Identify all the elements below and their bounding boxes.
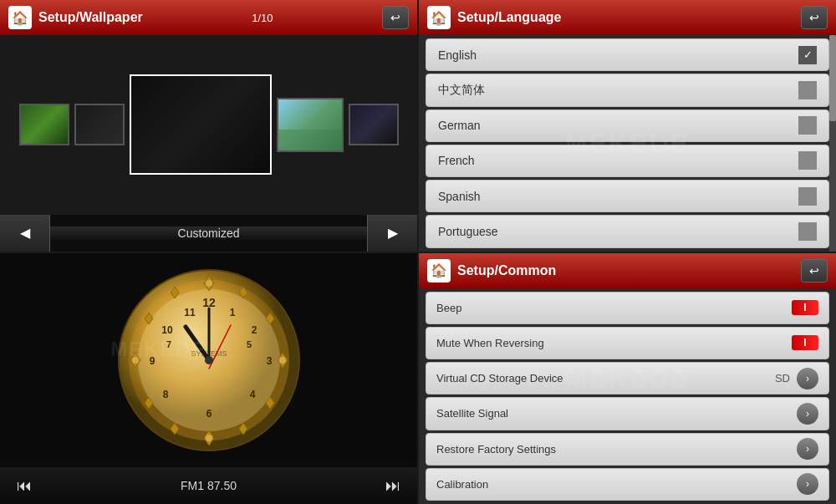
svg-text:7: 7 <box>166 339 171 349</box>
common-home-icon[interactable]: 🏠 <box>427 259 451 283</box>
wallpaper-thumb-2[interactable] <box>74 104 125 145</box>
lang-item-portuguese[interactable]: Portuguese <box>426 215 829 247</box>
wallpaper-thumb-5[interactable] <box>349 104 399 145</box>
common-item-satellite[interactable]: Satellite Signal › <box>426 397 829 430</box>
common-item-mute[interactable]: Mute When Reversing I <box>426 327 829 359</box>
common-panel: 🏠 Setup/Common ↩ MEKEDE Beep I Mute When… <box>419 253 836 505</box>
language-panel: 🏠 Setup/Language ↩ MEKEDE English ✓ 中文简体… <box>419 0 836 252</box>
wallpaper-panel: 🏠 Setup/Wallpaper 1/10 ↩ MEKEDE ◀ Custom… <box>0 0 417 252</box>
common-item-restore-label: Restore Factory Settings <box>436 443 556 456</box>
svg-text:5: 5 <box>246 339 251 349</box>
svg-text:1: 1 <box>229 307 235 318</box>
common-item-restore-right: › <box>797 438 818 460</box>
media-info-label: FM1 87.50 <box>181 479 237 492</box>
lang-check-german <box>798 116 817 135</box>
clock-svg: 12 2 3 4 6 8 9 10 11 1 5 7 SYSTEMS <box>117 268 301 452</box>
language-title: Setup/Language <box>457 10 561 25</box>
vcd-sd-label: SD <box>775 372 790 384</box>
lang-item-chinese-label: 中文简体 <box>438 83 485 98</box>
wallpaper-header-left: 🏠 Setup/Wallpaper <box>8 6 143 29</box>
lang-item-french-label: French <box>438 154 475 167</box>
svg-text:11: 11 <box>184 307 196 318</box>
wallpaper-counter: 1/10 <box>252 12 273 24</box>
common-item-vcd-label: Virtual CD Storage Device <box>436 372 563 384</box>
common-back-button[interactable]: ↩ <box>801 259 828 283</box>
common-header-left: 🏠 Setup/Common <box>427 259 556 283</box>
svg-point-4 <box>206 280 212 287</box>
common-item-restore[interactable]: Restore Factory Settings › <box>426 433 829 466</box>
common-item-vcd[interactable]: Virtual CD Storage Device SD › <box>426 362 829 395</box>
common-header: 🏠 Setup/Common ↩ <box>419 253 836 288</box>
common-item-mute-right: I <box>792 335 818 350</box>
wallpaper-nav: ◀ Customized ▶ <box>0 215 417 252</box>
restore-arrow-button[interactable]: › <box>797 438 818 460</box>
common-item-calibration-right: › <box>797 473 818 495</box>
wallpaper-title: Setup/Wallpaper <box>38 10 143 25</box>
lang-item-french[interactable]: French <box>426 145 829 177</box>
svg-text:9: 9 <box>149 355 155 367</box>
lang-item-spanish-label: Spanish <box>438 190 481 203</box>
svg-text:8: 8 <box>162 389 168 400</box>
svg-point-8 <box>279 357 286 364</box>
clock-panel: MEKEDE <box>0 253 417 505</box>
language-scrollbar[interactable] <box>829 35 836 252</box>
common-title: Setup/Common <box>457 263 556 278</box>
language-header: 🏠 Setup/Language ↩ <box>419 0 836 35</box>
lang-check-english: ✓ <box>798 46 817 64</box>
svg-text:2: 2 <box>251 324 257 336</box>
common-item-satellite-label: Satellite Signal <box>436 407 508 420</box>
satellite-arrow-button[interactable]: › <box>797 403 818 425</box>
mute-toggle[interactable]: I <box>792 335 818 350</box>
wallpaper-nav-label: Customized <box>50 227 367 240</box>
wallpaper-header: 🏠 Setup/Wallpaper 1/10 ↩ <box>0 0 417 35</box>
lang-item-portuguese-label: Portuguese <box>438 225 498 238</box>
svg-text:6: 6 <box>206 408 212 420</box>
lang-item-spanish[interactable]: Spanish <box>426 180 829 212</box>
common-item-satellite-right: › <box>797 403 818 425</box>
lang-item-chinese[interactable]: 中文简体 <box>426 74 829 106</box>
svg-point-12 <box>206 435 212 441</box>
common-list: MEKEDE Beep I Mute When Reversing I Virt… <box>419 288 836 505</box>
clock-area: MEKEDE <box>0 253 417 468</box>
wallpaper-back-button[interactable]: ↩ <box>382 6 409 29</box>
media-next-button[interactable]: ⏭ <box>385 477 400 495</box>
wallpaper-thumb-1[interactable] <box>19 104 69 145</box>
language-list: MEKEDE English ✓ 中文简体 German French Span… <box>419 35 836 252</box>
wallpaper-prev-button[interactable]: ◀ <box>0 215 50 252</box>
lang-item-english[interactable]: English ✓ <box>426 38 829 71</box>
svg-point-16 <box>132 357 139 364</box>
home-icon[interactable]: 🏠 <box>8 6 32 29</box>
media-prev-button[interactable]: ⏮ <box>17 477 32 495</box>
lang-item-english-label: English <box>438 48 477 62</box>
lang-check-portuguese <box>798 222 817 241</box>
language-scrollbar-thumb[interactable] <box>829 35 836 121</box>
common-item-mute-label: Mute When Reversing <box>436 337 544 349</box>
media-bar: ⏮ FM1 87.50 ⏭ <box>0 467 417 504</box>
language-header-left: 🏠 Setup/Language <box>427 6 561 29</box>
svg-text:4: 4 <box>249 389 255 400</box>
common-item-vcd-right: SD › <box>775 368 818 389</box>
wallpaper-thumb-4[interactable] <box>277 98 344 152</box>
svg-text:10: 10 <box>161 324 173 336</box>
svg-point-35 <box>205 356 213 364</box>
svg-text:3: 3 <box>266 355 272 367</box>
vcd-arrow-button[interactable]: › <box>797 368 818 389</box>
common-item-beep-right: I <box>792 300 818 315</box>
wallpaper-images-area: MEKEDE <box>0 35 417 215</box>
lang-check-spanish <box>798 187 817 206</box>
common-item-calibration-label: Calibration <box>436 478 488 491</box>
wallpaper-thumb-main[interactable] <box>130 74 272 175</box>
common-item-beep-label: Beep <box>436 302 461 314</box>
common-item-beep[interactable]: Beep I <box>426 292 829 324</box>
common-item-calibration[interactable]: Calibration › <box>426 468 829 501</box>
lang-check-chinese <box>798 81 817 99</box>
wallpaper-next-button[interactable]: ▶ <box>367 215 417 252</box>
language-home-icon[interactable]: 🏠 <box>427 6 451 29</box>
lang-item-german-label: German <box>438 119 481 132</box>
language-back-button[interactable]: ↩ <box>801 6 828 29</box>
lang-check-french <box>798 151 817 170</box>
calibration-arrow-button[interactable]: › <box>797 473 818 495</box>
lang-item-german[interactable]: German <box>426 109 829 142</box>
beep-toggle[interactable]: I <box>792 300 818 315</box>
